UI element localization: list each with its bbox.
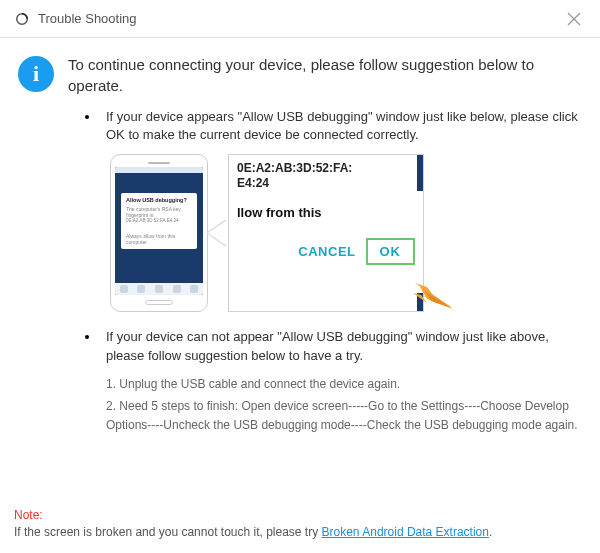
phone-dialog-body1: The computer's RSA key fingerprint is: [126,206,192,218]
phone-dialog-title: Allow USB debugging? [126,197,192,204]
zoom-mac-line1: 0E:A2:AB:3D:52:FA: [237,161,415,176]
note-label: Note: [14,508,43,522]
substep-2: 2. Need 5 steps to finish: Open device s… [106,397,582,434]
substep-1: 1. Unplug the USB cable and connect the … [106,375,582,394]
broken-android-link[interactable]: Broken Android Data Extraction [322,525,489,539]
step-1-text: If your device appears "Allow USB debugg… [106,108,582,144]
lead-row: i To continue connecting your device, pl… [18,54,582,96]
titlebar: Trouble Shooting [0,0,600,38]
app-icon [14,11,30,27]
svg-marker-6 [425,291,453,309]
arrow-icon [413,281,453,309]
close-icon[interactable] [562,7,586,31]
lead-text: To continue connecting your device, plea… [68,54,582,96]
step-2-text: If your device can not appear "Allow USB… [106,328,582,364]
phone-mockup: Allow USB debugging? The computer's RSA … [110,154,208,312]
phone-dialog-check: Always allow from this computer [126,233,192,245]
zoom-allow-text: llow from this [237,205,415,220]
step-2: If your device can not appear "Allow USB… [100,328,582,434]
illustration: Allow USB debugging? The computer's RSA … [110,154,582,312]
step-1: If your device appears "Allow USB debugg… [100,108,582,312]
footer-text: If the screen is broken and you cannot t… [14,525,322,539]
dialog-content: i To continue connecting your device, pl… [0,38,600,459]
cancel-button: CANCEL [298,244,355,259]
footer-note: Note: If the screen is broken and you ca… [14,507,586,541]
footer-tail: . [489,525,492,539]
window-title: Trouble Shooting [38,11,562,26]
substeps: 1. Unplug the USB cable and connect the … [106,375,582,435]
ok-button: OK [366,238,416,265]
zoom-panel: 0E:A2:AB:3D:52:FA: E4:24 llow from this … [228,154,424,312]
phone-dialog: Allow USB debugging? The computer's RSA … [121,193,197,249]
zoom-mac-line2: E4:24 [237,176,415,191]
phone-dialog-body2: 0E:A2:AB:3D:52:FA:E4:24 [126,218,192,223]
info-icon: i [18,56,54,92]
